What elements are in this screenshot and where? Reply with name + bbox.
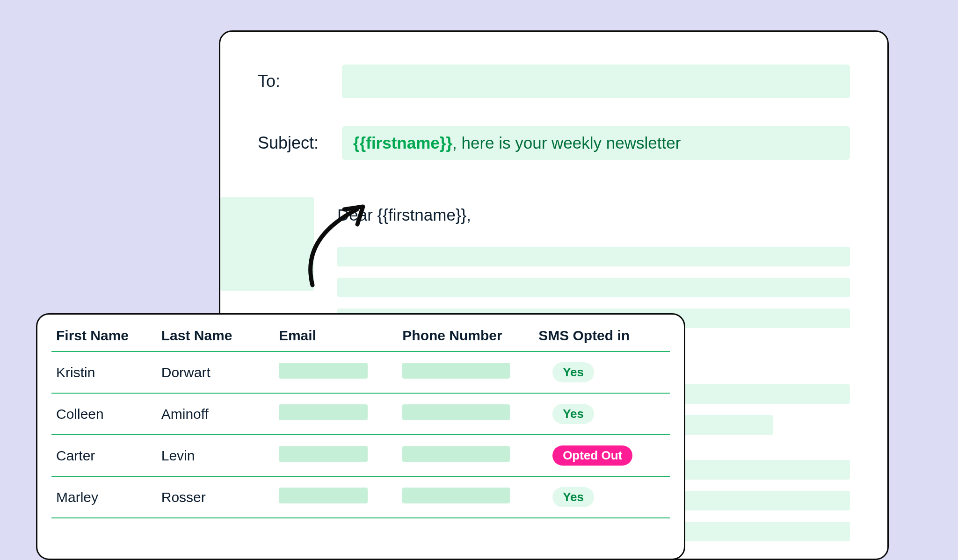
body-text-placeholder xyxy=(337,247,850,266)
redacted-email xyxy=(279,363,368,379)
subject-merge-variable: {{firstname}} xyxy=(353,134,452,152)
redacted-email xyxy=(279,446,368,462)
col-phone[interactable]: Phone Number xyxy=(398,328,534,352)
redacted-email xyxy=(279,404,368,420)
contacts-table-card: First Name Last Name Email Phone Number … xyxy=(36,313,685,560)
cell-phone xyxy=(398,393,534,435)
cell-last-name: Dorwart xyxy=(157,352,274,393)
status-badge-yes: Yes xyxy=(552,404,594,424)
contacts-tbody: KristinDorwartYesColleenAminoffYesCarter… xyxy=(51,352,670,518)
cell-sms: Yes xyxy=(534,352,670,393)
status-badge-yes: Yes xyxy=(552,362,594,382)
redacted-phone xyxy=(402,404,510,420)
cell-email xyxy=(274,435,398,476)
subject-text: , here is your weekly newsletter xyxy=(452,134,681,152)
subject-input[interactable]: {{firstname}}, here is your weekly newsl… xyxy=(342,126,850,160)
cell-first-name: Marley xyxy=(51,476,157,518)
contacts-table: First Name Last Name Email Phone Number … xyxy=(51,328,670,518)
cell-last-name: Aminoff xyxy=(157,393,274,435)
cell-sms: Yes xyxy=(534,393,670,435)
cell-email xyxy=(274,352,398,393)
table-row[interactable]: MarleyRosserYes xyxy=(51,476,670,518)
cell-email xyxy=(274,393,398,435)
status-badge-opted-out: Opted Out xyxy=(552,445,632,466)
redacted-phone xyxy=(402,488,510,503)
redacted-phone xyxy=(402,363,510,379)
col-last-name[interactable]: Last Name xyxy=(157,328,274,352)
to-input[interactable] xyxy=(342,65,850,98)
cell-first-name: Colleen xyxy=(51,393,157,435)
greeting-line: Dear {{firstname}}, xyxy=(337,206,850,224)
cell-first-name: Carter xyxy=(51,435,157,476)
to-label: To: xyxy=(258,72,323,91)
table-header-row: First Name Last Name Email Phone Number … xyxy=(51,328,670,352)
subject-label: Subject: xyxy=(258,133,323,153)
cell-first-name: Kristin xyxy=(51,352,157,393)
cell-sms: Opted Out xyxy=(534,435,670,476)
table-row[interactable]: ColleenAminoffYes xyxy=(51,393,670,435)
email-thumbnail-placeholder xyxy=(220,197,314,291)
to-row: To: xyxy=(258,65,850,98)
table-row[interactable]: CarterLevinOpted Out xyxy=(51,435,670,476)
redacted-email xyxy=(279,488,368,503)
subject-row: Subject: {{firstname}}, here is your wee… xyxy=(258,126,850,160)
col-email[interactable]: Email xyxy=(274,328,398,352)
cell-last-name: Rosser xyxy=(157,476,274,518)
cell-email xyxy=(274,476,398,518)
cell-phone xyxy=(398,476,534,518)
cell-phone xyxy=(398,352,534,393)
col-sms[interactable]: SMS Opted in xyxy=(534,328,670,352)
status-badge-yes: Yes xyxy=(552,487,594,507)
cell-sms: Yes xyxy=(534,476,670,518)
redacted-phone xyxy=(402,446,510,462)
col-first-name[interactable]: First Name xyxy=(51,328,157,352)
body-text-placeholder xyxy=(337,278,850,297)
table-row[interactable]: KristinDorwartYes xyxy=(51,352,670,393)
cell-last-name: Levin xyxy=(157,435,274,476)
cell-phone xyxy=(398,435,534,476)
